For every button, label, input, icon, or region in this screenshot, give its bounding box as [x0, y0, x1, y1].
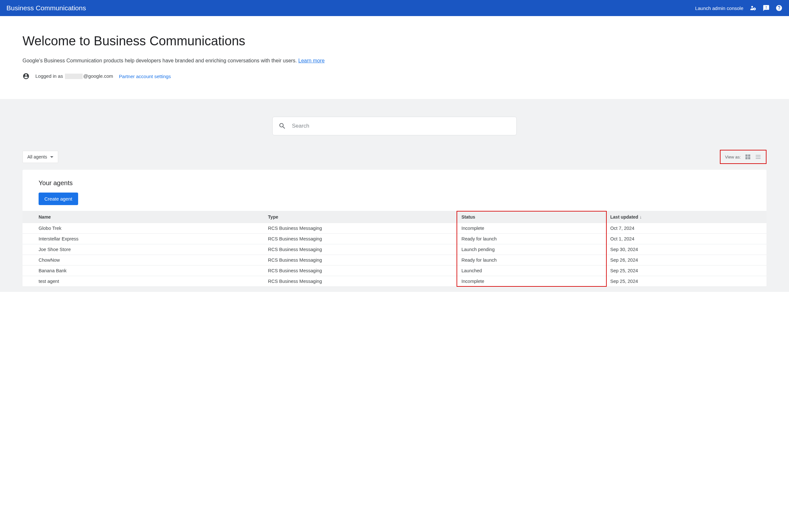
cell-updated: Sep 30, 2024: [610, 244, 767, 255]
view-toggle-highlighted: View as:: [720, 150, 767, 164]
agents-title: Your agents: [39, 179, 750, 187]
cell-updated: Sep 26, 2024: [610, 255, 767, 266]
view-as-label: View as:: [725, 155, 741, 159]
cell-status: Incomplete: [462, 223, 610, 234]
cell-type: RCS Business Messaging: [268, 244, 462, 255]
cell-updated: Sep 25, 2024: [610, 276, 767, 287]
cell-name: Banana Bank: [22, 266, 268, 276]
header-icons: [750, 4, 783, 12]
partner-account-settings-link[interactable]: Partner account settings: [119, 74, 171, 79]
cell-status: Incomplete: [462, 276, 610, 287]
table-row[interactable]: Globo TrekRCS Business MessagingIncomple…: [22, 223, 767, 234]
agents-table-container: Name Type Status Last updated↓ Globo Tre…: [22, 211, 767, 287]
agents-header: Your agents Create agent: [22, 179, 767, 211]
list-view-icon[interactable]: [755, 154, 762, 160]
cell-updated: Oct 1, 2024: [610, 234, 767, 244]
app-header: Business Communications Launch admin con…: [0, 0, 789, 16]
intro-section: Welcome to Business Communications Googl…: [0, 16, 789, 99]
app-title: Business Communications: [6, 4, 86, 12]
filter-label: All agents: [27, 154, 47, 159]
table-row[interactable]: Joe Shoe StoreRCS Business MessagingLaun…: [22, 244, 767, 255]
logged-suffix: @google.com: [83, 73, 113, 79]
redacted-username: [65, 74, 82, 79]
col-type[interactable]: Type: [268, 211, 462, 223]
table-row[interactable]: ChowNowRCS Business MessagingReady for l…: [22, 255, 767, 266]
search-icon: [278, 122, 286, 130]
welcome-desc-text: Google's Business Communication products…: [22, 58, 298, 63]
cell-name: Joe Shoe Store: [22, 244, 268, 255]
agents-table: Name Type Status Last updated↓ Globo Tre…: [22, 211, 767, 287]
cell-type: RCS Business Messaging: [268, 266, 462, 276]
agent-filter-dropdown[interactable]: All agents: [22, 151, 58, 163]
cell-type: RCS Business Messaging: [268, 234, 462, 244]
cell-status: Launched: [462, 266, 610, 276]
header-right: Launch admin console: [695, 4, 783, 12]
chevron-down-icon: [50, 156, 53, 158]
cell-name: ChowNow: [22, 255, 268, 266]
cell-type: RCS Business Messaging: [268, 223, 462, 234]
table-row[interactable]: Banana BankRCS Business MessagingLaunche…: [22, 266, 767, 276]
search-wrap: [0, 117, 789, 135]
cell-status: Ready for launch: [462, 255, 610, 266]
create-agent-button[interactable]: Create agent: [39, 193, 78, 205]
user-settings-icon[interactable]: [750, 4, 757, 12]
cell-type: RCS Business Messaging: [268, 276, 462, 287]
sort-down-icon: ↓: [639, 214, 642, 220]
table-row[interactable]: test agentRCS Business MessagingIncomple…: [22, 276, 767, 287]
search-input[interactable]: [292, 123, 511, 129]
admin-console-link[interactable]: Launch admin console: [695, 5, 743, 11]
cell-updated: Oct 7, 2024: [610, 223, 767, 234]
col-updated[interactable]: Last updated↓: [610, 211, 767, 223]
learn-more-link[interactable]: Learn more: [298, 58, 325, 63]
cell-updated: Sep 25, 2024: [610, 266, 767, 276]
search-box[interactable]: [272, 117, 517, 135]
help-icon[interactable]: [775, 4, 783, 12]
cell-type: RCS Business Messaging: [268, 255, 462, 266]
toolbar: All agents View as:: [0, 150, 789, 164]
logged-prefix: Logged in as: [35, 73, 63, 79]
cell-name: Interstellar Express: [22, 234, 268, 244]
welcome-title: Welcome to Business Communications: [22, 34, 767, 48]
table-row[interactable]: Interstellar ExpressRCS Business Messagi…: [22, 234, 767, 244]
cell-status: Ready for launch: [462, 234, 610, 244]
welcome-description: Google's Business Communication products…: [22, 58, 767, 64]
cell-name: Globo Trek: [22, 223, 268, 234]
col-updated-label: Last updated: [610, 214, 638, 220]
main-section: All agents View as: Your agents Create a…: [0, 99, 789, 292]
account-icon: [22, 73, 30, 80]
cell-name: test agent: [22, 276, 268, 287]
col-status[interactable]: Status: [462, 211, 610, 223]
user-info-row: Logged in as @google.com Partner account…: [22, 73, 767, 80]
cell-status: Launch pending: [462, 244, 610, 255]
grid-view-icon[interactable]: [745, 154, 751, 160]
col-name[interactable]: Name: [22, 211, 268, 223]
agents-card: Your agents Create agent Name Type Statu…: [22, 170, 767, 287]
feedback-icon[interactable]: [763, 4, 770, 12]
logged-in-text: Logged in as @google.com: [35, 73, 113, 79]
table-header-row: Name Type Status Last updated↓: [22, 211, 767, 223]
